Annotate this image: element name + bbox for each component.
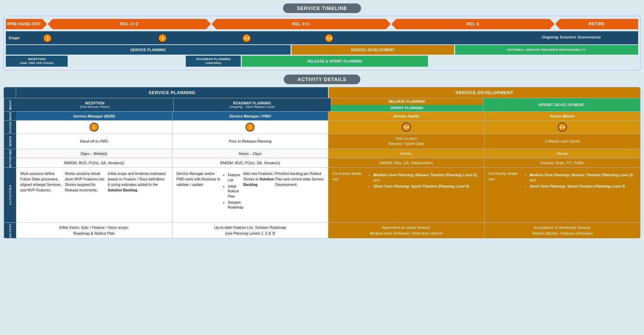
spacer-1	[69, 56, 185, 67]
stage-circle-3: 3-4	[242, 34, 251, 43]
inception-bar: Inception (One-time per Phase)	[6, 56, 68, 67]
with-row: With RM/DM, BUS, PO(s), SA, Vendor(s) RM…	[4, 158, 640, 167]
with-label: With	[4, 158, 16, 167]
act-release-bullet-2: Short-Term Planning: Sprint Timeline (Pl…	[373, 184, 480, 189]
with-release-cell: RM/DM, BAs, QA, Stakeholders	[328, 158, 485, 167]
stage-circle-4: 3-4	[325, 34, 334, 43]
activities-release-cell: For Activity details see: Medium-Term Pl…	[328, 168, 485, 222]
output-sprint-dev-cell: Acceptance of developed Service:Stories …	[485, 223, 641, 238]
who-cells: Service Manager (BEM) Service Manager / …	[16, 112, 640, 120]
sd-main-header: Service Development	[329, 87, 641, 98]
act-roadmap-bullet-1: Feature List	[228, 172, 244, 182]
activities-row: Activities Work sessions define Future S…	[4, 167, 640, 222]
phase-relx2-label: Rel X+2	[120, 22, 138, 26]
timeline-section: PPM Hand-off Rel X+2 Rel X+1 Rel X Retir…	[3, 16, 641, 70]
who-label: Who	[4, 112, 16, 120]
with-cells: RM/DM, BUS, PO(s), SA, Vendor(s) RM/DM, …	[16, 158, 640, 167]
act-roadmap-bullet-2: Initial Rollout Plan	[228, 184, 244, 199]
ext-resp-bar: External Service Provider Responsibility	[455, 45, 638, 55]
phase-relx2: Rel X+2	[48, 19, 211, 29]
sp-main-header: Service Planning	[16, 87, 329, 98]
phase-relx-label: Rel X	[466, 22, 479, 26]
with-roadmap-cell: RM/DM, BUS, PO(s), SA, Vendor(s)	[172, 158, 329, 167]
act-release-bullets: Medium-Term Planning: Release Timeline (…	[373, 172, 480, 190]
what-row: What Inception (One-time per Phase) Road…	[4, 98, 640, 111]
stage-label-act: Stage	[4, 121, 16, 134]
main-headers-row: Service Planning Service Development	[4, 87, 640, 98]
spacer-2	[429, 56, 638, 67]
output-roadmap-cell: Up-to-date Feature List, Solution Roadma…	[172, 223, 329, 238]
act-sprint-bullets: Medium-Term Planning: Release Timeline (…	[529, 172, 636, 190]
what-roadmap-cell: Roadmap Planning (Ongoing – Each Release…	[174, 98, 331, 111]
timeline-title: Service Timeline	[283, 3, 361, 13]
what-cells: Inception (One-time per Phase) Roadmap P…	[16, 98, 640, 111]
when-sprint-dev-cell: 2 Weeks each Sprint	[485, 134, 641, 149]
time-release-cell: Weeks	[328, 149, 485, 158]
phase-relx1-label: Rel X+1	[292, 22, 310, 26]
time-row: Time Days – Week(s) Hours – Days Weeks W…	[4, 149, 640, 158]
roadmap-bar: Roadmap Planning (Ongoing)	[186, 56, 241, 67]
what-release-sprint-cell: Release Planning Sprint Planning	[331, 98, 483, 111]
activities-inception-cell: Work sessions define Future State proces…	[16, 168, 172, 222]
who-sprint-dev-cell: Scrum Master	[485, 112, 641, 120]
activities-sprint-dev-cell: For Activity details see: Medium-Term Pl…	[485, 168, 641, 222]
phase-ppm-label: PPM Hand-off	[7, 22, 41, 26]
with-sprint-dev-cell: Delivery Team, PO, SMEs	[485, 158, 641, 167]
sub-row-1: Service Planning Service Development Ext…	[6, 45, 638, 55]
stage-row-act: Stage 1 2 3-4 3-4	[4, 120, 640, 134]
act-release-intro: For Activity details see:	[332, 171, 368, 182]
when-release-cell: Prior to eachRelease / Sprint Start	[328, 134, 485, 149]
act-roadmap-p3: Prioritize backlog per Rollout Plan and …	[275, 171, 324, 187]
activity-title: Activity Details	[284, 75, 360, 84]
phase-relx: Rel X	[392, 19, 555, 29]
activity-section: Service Planning Service Development Wha…	[3, 87, 641, 238]
activity-header: Activity Details	[3, 75, 641, 84]
act-sprint-intro: For Activity details see:	[489, 171, 524, 182]
stage-cell-2: 2	[172, 121, 329, 134]
when-row: When Hand-off to PMO Prior to Release Pl…	[4, 134, 640, 149]
phase-relx1: Rel X+1	[212, 19, 391, 29]
time-inception-cell: Days – Week(s)	[16, 149, 172, 158]
when-roadmap-cell: Prior to Release Planning	[172, 134, 329, 149]
time-cells: Days – Week(s) Hours – Days Weeks Weeks	[16, 149, 640, 158]
time-label: Time	[4, 149, 16, 158]
governance-label: Ongoing Solution Governance	[542, 35, 601, 39]
sub-row-2: Inception (One-time per Phase) Roadmap P…	[6, 56, 638, 67]
activities-cells: Work sessions define Future State proces…	[16, 168, 640, 222]
act-roadmap-p2: Add new Features / Stories to Solution B…	[244, 171, 275, 187]
output-cells: Initial Vision, Epic / Feature / Story s…	[16, 223, 640, 238]
service-dev-bar: Service Development	[292, 45, 454, 55]
act-inception-p1: Work sessions define Future State proces…	[20, 171, 65, 193]
time-sprint-dev-cell: Weeks	[485, 149, 641, 158]
service-planning-bar: Service Planning	[6, 45, 291, 55]
output-inception-cell: Initial Vision, Epic / Feature / Story s…	[16, 223, 172, 238]
stage-circle-1: 1	[43, 34, 52, 43]
act-sprint-bullet-2: Short-Term Planning: Sprint Timeline (Pl…	[529, 184, 636, 189]
phase-retire-label: Retire	[589, 22, 605, 26]
page-wrapper: Service Timeline PPM Hand-off Rel X+2 Re…	[0, 0, 644, 335]
act-roadmap-bullet-3: Solution Roadmap	[228, 200, 244, 210]
sub-rows: Service Planning Service Development Ext…	[6, 45, 638, 67]
when-label: When	[4, 134, 16, 149]
act-inception-p3: Initial scope and timelines estimated ba…	[108, 171, 168, 193]
with-inception-cell: RM/DM, BUS, PO(s), SA, Vendor(s)	[16, 158, 172, 167]
when-cells: Hand-off to PMO Prior to Release Plannin…	[16, 134, 640, 149]
when-inception-cell: Hand-off to PMO	[16, 134, 172, 149]
act-sprint-bullet-1: Medium-Term Planning: Release Timeline (…	[529, 172, 636, 182]
stage-cell-1: 1	[16, 121, 172, 134]
what-label: What	[4, 98, 16, 111]
time-roadmap-cell: Hours – Days	[172, 149, 329, 158]
who-inception-cell: Service Manager (BEM)	[16, 112, 172, 120]
stage-cell-3-4a: 3-4	[328, 121, 485, 134]
output-row: Output Initial Vision, Epic / Feature / …	[4, 222, 640, 238]
what-inception-cell: Inception (One-time per Phase)	[16, 98, 174, 111]
header-spacer	[4, 87, 16, 98]
phase-retire: Retire	[555, 19, 638, 29]
phase-ppm: PPM Hand-off	[6, 19, 47, 29]
activities-roadmap-cell: Service Manager and/or PMO work with Bus…	[172, 168, 329, 222]
timeline-header: Service Timeline	[3, 3, 641, 13]
stage-label-top: Stage	[9, 36, 20, 40]
act-release-bullet-1: Medium-Term Planning: Release Timeline (…	[373, 172, 480, 182]
who-row: Who Service Manager (BEM) Service Manage…	[4, 111, 640, 120]
output-release-cell: Agreement on paths forward:Medium-term (…	[328, 223, 485, 238]
